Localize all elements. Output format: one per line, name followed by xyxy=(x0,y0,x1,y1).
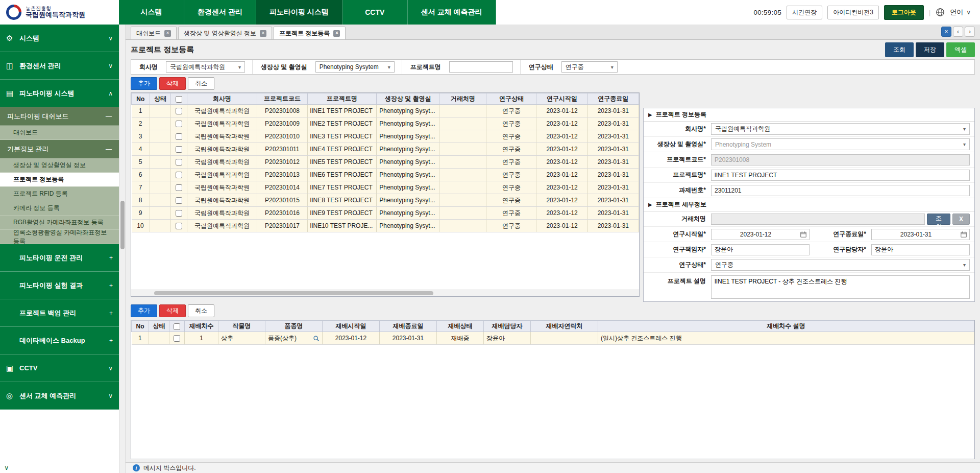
table-row[interactable]: 7 국립원예특작과학원 P202301014 lINE7 TEST PROJEC… xyxy=(132,181,639,194)
logo-institute: 국립원예특작과학원 xyxy=(26,11,85,19)
table-row[interactable]: 6 국립원예특작과학원 P202301013 lINE6 TEST PROJEC… xyxy=(132,169,639,181)
project-name-field[interactable] xyxy=(711,170,970,181)
row-checkbox[interactable] xyxy=(176,184,182,191)
search-button[interactable]: 조회 xyxy=(885,42,914,57)
sidebar-item-project-rfid[interactable]: 프로젝트 RFID 등록 xyxy=(0,187,119,201)
sidebar-item-growth-room-info[interactable]: 생장상 및 영상촬영실 정보 xyxy=(0,158,119,173)
content-vertical-scrollbar[interactable] xyxy=(119,25,126,473)
select-all-checkbox[interactable] xyxy=(174,323,180,330)
logout-button[interactable]: 로그아웃 xyxy=(884,5,924,20)
project-filter-label: 프로젝트명 xyxy=(402,63,449,72)
select-all-checkbox[interactable] xyxy=(176,96,182,103)
nav-item-system[interactable]: 시스템 xyxy=(119,0,184,25)
nav-item-env-sensor[interactable]: 환경센서 관리 xyxy=(184,0,256,25)
table-row[interactable]: 5 국립원예특작과학원 P202301012 lINE5 TEST PROJEC… xyxy=(132,156,639,169)
table-row[interactable]: 4 국립원예특작과학원 P202301011 lINE4 TEST PROJEC… xyxy=(132,143,639,156)
scrollbar-thumb[interactable] xyxy=(154,291,433,295)
row-checkbox[interactable] xyxy=(176,172,182,178)
sidebar-item-chlorophyll-camera-coord[interactable]: 엽록소형광촬영실 카메라좌표정보 등록 xyxy=(0,230,119,244)
table-row[interactable]: 2 국립원예특작과학원 P202301009 lINE2 TEST PROJEC… xyxy=(132,117,639,130)
sidebar-item-phenotyping[interactable]: ▤ 피노타이핑 시스템 ∧ xyxy=(0,80,119,107)
row-checkbox[interactable] xyxy=(176,223,182,229)
status-cell xyxy=(150,105,171,117)
tab-project-info[interactable]: 프로젝트 정보등록 × xyxy=(274,27,346,39)
row-checkbox[interactable] xyxy=(176,210,182,217)
sidebar-group-basic-info[interactable]: 기본정보 관리 — xyxy=(0,140,119,158)
sidebar-item-operation-mgmt[interactable]: 피노타이핑 운전 관리 + xyxy=(0,244,119,272)
sidebar-item-sensor-replace[interactable]: ◎ 센서 교체 예측관리 ∨ xyxy=(0,382,119,410)
nav-item-sensor-replace[interactable]: 센서 교체 예측관리 xyxy=(408,0,496,25)
close-all-tabs-button[interactable]: × xyxy=(941,27,951,37)
close-icon[interactable]: × xyxy=(260,30,266,37)
client-input xyxy=(711,214,925,225)
project-grid: No 상태 회사명 프로젝트코드 프로젝트명 생장상 및 촬영실 거래처명 연구… xyxy=(131,92,640,297)
cultivation-cancel-button[interactable]: 취소 xyxy=(188,304,214,317)
chevron-down-icon: ∨ xyxy=(108,392,113,399)
client-search-button[interactable]: 조회 xyxy=(927,214,950,225)
sidebar-scroll-more-icon[interactable]: ∨ xyxy=(4,464,9,471)
close-icon[interactable]: × xyxy=(333,30,340,37)
sidebar-item-database-backup[interactable]: 데이타베이스 Backup + xyxy=(0,327,119,354)
table-row[interactable]: 1 국립원예특작과학원 P202301008 lINE1 TEST PROJEC… xyxy=(132,105,639,117)
sidebar-item-camera-info[interactable]: 카메라 정보 등록 xyxy=(0,201,119,216)
table-row[interactable]: 1 1 상추 품종(상추) xyxy=(132,332,974,345)
room-select[interactable]: Phenotyping System ▾ xyxy=(711,138,970,150)
cancel-button[interactable]: 취소 xyxy=(188,77,214,90)
status-filter-select[interactable]: 연구중 ▾ xyxy=(561,61,618,73)
sidebar-item-project-backup[interactable]: 프로젝트 백업 관리 + xyxy=(0,299,119,327)
extend-time-button[interactable]: 시간연장 xyxy=(787,6,822,19)
row-checkbox[interactable] xyxy=(176,133,182,140)
nav-item-phenotyping[interactable]: 피노타이핑 시스템 xyxy=(256,0,342,25)
grid-horizontal-scrollbar[interactable] xyxy=(131,290,639,296)
start-date-input[interactable] xyxy=(711,229,810,240)
table-row[interactable]: 3 국립원예특작과학원 P202301010 lINE3 TEST PROJEC… xyxy=(132,130,639,143)
nav-item-cctv[interactable]: CCTV xyxy=(342,0,408,25)
sidebar-item-experiment-result[interactable]: 피노타이핑 실험 결과 + xyxy=(0,272,119,299)
pi-input[interactable] xyxy=(711,244,810,255)
table-row[interactable]: 9 국립원예특작과학원 P202301016 lINE9 TEST PROJEC… xyxy=(132,207,639,220)
chevron-down-icon: ∨ xyxy=(108,35,113,42)
close-icon[interactable]: × xyxy=(164,30,171,37)
room-filter-select[interactable]: Phenotyping Sysytem ▾ xyxy=(315,61,395,73)
language-label[interactable]: 언어 xyxy=(950,8,963,17)
row-checkbox[interactable] xyxy=(176,146,182,153)
tab-dashboard[interactable]: 대쉬보드 × xyxy=(131,27,177,39)
project-name-input[interactable] xyxy=(449,61,513,73)
save-button[interactable]: 저장 xyxy=(916,42,944,57)
cultivation-add-button[interactable]: 추가 xyxy=(131,304,157,317)
table-row[interactable]: 8 국립원예특작과학원 P202301015 lINE8 TEST PROJEC… xyxy=(132,194,639,207)
research-status-select[interactable]: 연구중 ▾ xyxy=(711,259,970,271)
task-number-input[interactable] xyxy=(711,185,970,196)
sidebar-group-pheno-dashboard[interactable]: 피노타이핑 대쉬보드 — xyxy=(0,107,119,126)
sidebar-item-project-info[interactable]: 프로젝트 정보등록 xyxy=(0,173,119,187)
tab-growth-room-info[interactable]: 생장상 및 영상촬영실 정보 × xyxy=(178,27,272,39)
scrollbar-thumb[interactable] xyxy=(120,201,125,249)
row-checkbox[interactable] xyxy=(176,197,182,204)
client-clear-button[interactable]: X xyxy=(952,214,970,225)
globe-icon[interactable] xyxy=(936,8,945,17)
delete-row-button[interactable]: 삭제 xyxy=(159,77,186,90)
row-checkbox[interactable] xyxy=(174,335,180,342)
cultivation-delete-button[interactable]: 삭제 xyxy=(159,304,186,317)
account-button[interactable]: 아이티컨버전3 xyxy=(827,6,879,19)
table-row[interactable]: 10 국립원예특작과학원 P202301017 lINE10 TEST PROJ… xyxy=(132,220,639,232)
sidebar-item-env-sensor[interactable]: ◫ 환경센서 관리 ∨ xyxy=(0,52,119,80)
manager-label: 연구담당자* xyxy=(814,245,871,254)
sidebar-item-system[interactable]: ⚙ 시스템 ∨ xyxy=(0,25,119,52)
sidebar-item-dashboard[interactable]: 대쉬보드 xyxy=(0,126,119,140)
manager-input[interactable] xyxy=(871,244,970,255)
company-select[interactable]: 국립원예특작과학원 ▾ xyxy=(711,123,970,135)
company-filter-select[interactable]: 국립원예특작과학원 ▾ xyxy=(166,61,245,73)
chevron-down-icon[interactable]: ∨ xyxy=(966,9,971,16)
row-checkbox[interactable] xyxy=(176,121,182,127)
tab-scroll-left-button[interactable]: ‹ xyxy=(953,27,963,37)
excel-button[interactable]: 엑셀 xyxy=(946,42,975,57)
add-row-button[interactable]: 추가 xyxy=(131,77,157,90)
description-textarea[interactable]: lINE1 TEST PROJECT - 상추 건조스트레스 진행 xyxy=(711,275,970,299)
search-icon[interactable] xyxy=(313,335,320,342)
row-checkbox[interactable] xyxy=(176,108,182,114)
tab-scroll-right-button[interactable]: › xyxy=(965,27,975,37)
row-checkbox[interactable] xyxy=(176,159,182,165)
sidebar-item-cctv[interactable]: ▣ CCTV ∨ xyxy=(0,354,119,382)
end-date-input[interactable] xyxy=(871,229,970,240)
